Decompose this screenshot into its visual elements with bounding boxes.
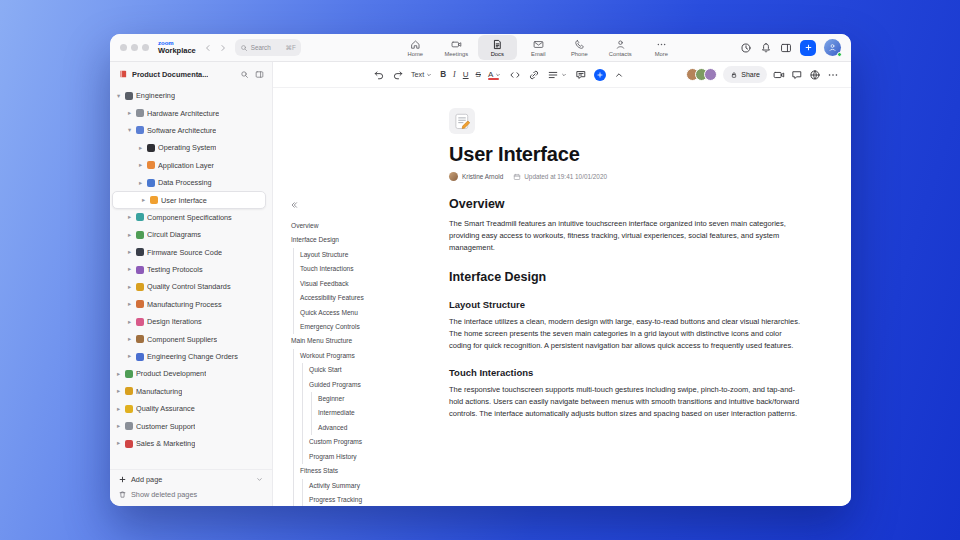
chevron-down-icon[interactable]: ▾ (126, 127, 133, 133)
outline-item-advanced[interactable]: Advanced (289, 421, 415, 435)
new-item-button[interactable] (800, 40, 816, 56)
chevron-right-icon[interactable]: ▸ (126, 301, 133, 307)
window-controls[interactable] (120, 44, 149, 51)
sidebar-item-hardware-architecture[interactable]: ▸Hardware Architecture (110, 104, 272, 121)
collapse-outline-icon[interactable] (289, 200, 299, 210)
chevron-right-icon[interactable]: ▸ (126, 214, 133, 220)
chevron-right-icon[interactable]: ▸ (115, 388, 122, 394)
chevron-right-icon[interactable]: ▸ (137, 180, 144, 186)
outline-item-interface-design[interactable]: Interface Design (289, 233, 415, 247)
chevron-right-icon[interactable]: ▸ (140, 197, 147, 203)
sidebar-collapse-icon[interactable] (255, 70, 264, 79)
chevron-right-icon[interactable]: ▸ (137, 145, 144, 151)
add-page-chevron-icon[interactable] (255, 475, 264, 484)
sidebar-item-application-layer[interactable]: ▸Application Layer (110, 157, 272, 174)
tab-meetings[interactable]: Meetings (437, 35, 476, 60)
collapse-toolbar-icon[interactable] (613, 69, 625, 81)
outline-item-fitness-stats[interactable]: Fitness Stats (289, 464, 415, 478)
share-button[interactable]: Share (723, 66, 767, 83)
sidebar-item-software-architecture[interactable]: ▾Software Architecture (110, 122, 272, 139)
minimize-window-button[interactable] (131, 44, 138, 51)
add-page-button[interactable]: Add page (118, 475, 264, 484)
list-dropdown[interactable] (547, 69, 568, 81)
chevron-right-icon[interactable]: ▸ (115, 406, 122, 412)
chevron-right-icon[interactable]: ▸ (126, 232, 133, 238)
chevron-down-icon[interactable]: ▾ (115, 93, 122, 99)
outline-item-layout-structure[interactable]: Layout Structure (289, 248, 415, 262)
chevron-right-icon[interactable]: ▸ (126, 353, 133, 359)
sidebar-item-manufacturing-process[interactable]: ▸Manufacturing Process (110, 296, 272, 313)
outline-item-guided-programs[interactable]: Guided Programs (289, 378, 415, 392)
tab-contacts[interactable]: Contacts (601, 35, 640, 60)
sidebar-item-quality-control-standards[interactable]: ▸Quality Control Standards (110, 278, 272, 295)
zoom-window-button[interactable] (142, 44, 149, 51)
sidebar-item-manufacturing[interactable]: ▸Manufacturing (110, 383, 272, 400)
outline-item-progress-tracking[interactable]: Progress Tracking (289, 493, 415, 506)
sidebar-item-engineering-change-orders[interactable]: ▸Engineering Change Orders (110, 348, 272, 365)
insert-block-button[interactable] (594, 69, 606, 81)
tab-email[interactable]: Email (519, 35, 558, 60)
outline-item-custom-programs[interactable]: Custom Programs (289, 435, 415, 449)
chevron-right-icon[interactable]: ▸ (126, 110, 133, 116)
sidebar-item-component-specifications[interactable]: ▸Component Specifications (110, 209, 272, 226)
sidebar-item-user-interface[interactable]: ▸User Interface (112, 191, 266, 208)
sidebar-item-engineering[interactable]: ▾Engineering (110, 87, 272, 104)
outline-item-quick-start[interactable]: Quick Start (289, 363, 415, 377)
close-window-button[interactable] (120, 44, 127, 51)
show-deleted-pages-button[interactable]: Show deleted pages (118, 490, 264, 499)
camera-icon[interactable] (773, 69, 785, 81)
sidebar-item-component-suppliers[interactable]: ▸Component Suppliers (110, 330, 272, 347)
global-search-input[interactable]: Search ⌘F (235, 39, 301, 56)
tab-phone[interactable]: Phone (560, 35, 599, 60)
collaborator-avatars[interactable] (686, 68, 717, 81)
sidebar-item-product-development[interactable]: ▸Product Development (110, 365, 272, 382)
text-style-dropdown[interactable]: Text (411, 70, 433, 79)
doc-body[interactable]: OverviewThe Smart Treadmill features an … (449, 197, 801, 420)
code-icon[interactable] (509, 69, 521, 81)
sidebar-item-quality-assurance[interactable]: ▸Quality Assurance (110, 400, 272, 417)
page-emoji-icon[interactable] (449, 108, 475, 134)
outline-item-accessibility-features[interactable]: Accessibility Features (289, 291, 415, 305)
bell-icon[interactable] (760, 42, 772, 54)
forward-icon[interactable] (218, 43, 228, 53)
tab-docs[interactable]: Docs (478, 35, 517, 60)
outline-item-beginner[interactable]: Beginner (289, 392, 415, 406)
sidebar-item-testing-protocols[interactable]: ▸Testing Protocols (110, 261, 272, 278)
outline-item-touch-interactions[interactable]: Touch Interactions (289, 262, 415, 276)
outline-item-workout-programs[interactable]: Workout Programs (289, 349, 415, 363)
italic-button[interactable]: I (453, 70, 456, 79)
link-icon[interactable] (528, 69, 540, 81)
more-options-icon[interactable] (827, 69, 839, 81)
chat-icon[interactable] (791, 69, 803, 81)
sidebar-item-firmware-source-code[interactable]: ▸Firmware Source Code (110, 244, 272, 261)
chevron-right-icon[interactable]: ▸ (126, 319, 133, 325)
chevron-right-icon[interactable]: ▸ (126, 249, 133, 255)
underline-button[interactable]: U (463, 70, 469, 79)
outline-item-main-menu-structure[interactable]: Main Menu Structure (289, 334, 415, 348)
outline-item-visual-feedback[interactable]: Visual Feedback (289, 277, 415, 291)
globe-icon[interactable] (809, 69, 821, 81)
chevron-right-icon[interactable]: ▸ (126, 284, 133, 290)
bold-button[interactable]: B (440, 70, 446, 79)
chevron-right-icon[interactable]: ▸ (126, 266, 133, 272)
outline-item-overview[interactable]: Overview (289, 219, 415, 233)
text-color-button[interactable]: A (488, 70, 502, 79)
chevron-right-icon[interactable]: ▸ (115, 440, 122, 446)
tab-home[interactable]: Home (396, 35, 435, 60)
chevron-right-icon[interactable]: ▸ (126, 336, 133, 342)
sidebar-item-data-processing[interactable]: ▸Data Processing (110, 174, 272, 191)
clock-icon[interactable] (740, 42, 752, 54)
chevron-right-icon[interactable]: ▸ (115, 371, 122, 377)
side-panel-toggle-icon[interactable] (780, 42, 792, 54)
redo-icon[interactable] (392, 69, 404, 81)
chevron-right-icon[interactable]: ▸ (137, 162, 144, 168)
sidebar-item-design-iterations[interactable]: ▸Design Iterations (110, 313, 272, 330)
back-icon[interactable] (203, 43, 213, 53)
sidebar-search-icon[interactable] (240, 70, 249, 79)
comment-icon[interactable] (575, 69, 587, 81)
outline-item-activity-summary[interactable]: Activity Summary (289, 479, 415, 493)
outline-item-emergency-controls[interactable]: Emergency Controls (289, 320, 415, 334)
chevron-right-icon[interactable]: ▸ (115, 423, 122, 429)
outline-item-quick-access-menu[interactable]: Quick Access Menu (289, 306, 415, 320)
outline-item-program-history[interactable]: Program History (289, 450, 415, 464)
